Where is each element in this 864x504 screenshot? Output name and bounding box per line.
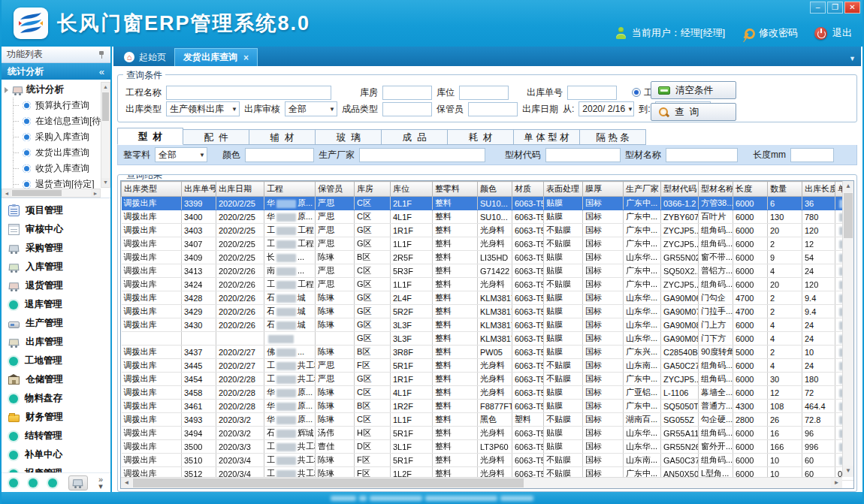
sidebar-menu-item[interactable]: 项目管理 xyxy=(2,201,110,220)
column-header[interactable]: 出库长度 xyxy=(802,182,835,197)
sidebar-menu-item[interactable]: 退货管理 xyxy=(2,276,110,295)
column-header[interactable]: 材质 xyxy=(512,182,544,197)
table-row[interactable]: 调拨出库34002020/2/25华原...严思C区4L1F整料SU10...6… xyxy=(122,210,855,224)
column-header[interactable]: 出库日期 xyxy=(216,182,264,197)
color-input[interactable] xyxy=(245,148,314,162)
scroll-up-icon[interactable]: ▲ xyxy=(101,83,110,92)
column-header[interactable]: 生产厂家 xyxy=(624,182,661,197)
sidebar-menu-item[interactable]: 出库管理 xyxy=(2,333,110,352)
collapsed-cart-button[interactable] xyxy=(68,475,88,490)
table-row[interactable]: 调拨出库34452020/2/27工共工程严思F区5R1F整料光身料6063-T… xyxy=(122,359,855,373)
tree-vertical-scrollbar[interactable]: ▲ ▼ xyxy=(101,82,110,188)
column-header[interactable]: 出库类型 xyxy=(122,182,182,197)
tab-active[interactable]: 发货出库查询× xyxy=(174,48,258,66)
column-header[interactable]: 工程 xyxy=(264,182,316,197)
outbound-type-select[interactable]: 生产领料出库▼ xyxy=(166,101,240,116)
date-from-select[interactable]: 2020/ 2/16▼ xyxy=(579,101,634,116)
sidebar-menu-item[interactable]: 物料盘存 xyxy=(2,389,110,408)
scroll-thumb[interactable] xyxy=(133,478,524,487)
manufacturer-input[interactable] xyxy=(359,148,485,162)
table-row[interactable]: 调拨出库34372020/2/27佛...陈琳B区3R8F整料PW056063-… xyxy=(122,346,855,359)
table-row[interactable]: 调拨出库34302020/2/26石城陈琳G区3L3F整料KLM38176063… xyxy=(122,318,855,332)
material-tab[interactable]: 型 材 xyxy=(117,128,183,145)
tree-item[interactable]: 采购入库查询 xyxy=(5,129,110,145)
expander-icon[interactable] xyxy=(5,87,8,93)
tree-horizontal-scrollbar[interactable]: ◄ ► xyxy=(2,189,101,198)
scroll-up-icon[interactable]: ▲ xyxy=(843,181,853,192)
scroll-right-icon[interactable]: ► xyxy=(91,189,100,197)
collapsed-module-dot-icon[interactable] xyxy=(48,478,57,487)
column-header[interactable]: 保管员 xyxy=(316,182,355,197)
sidebar-menu-item[interactable]: 结转管理 xyxy=(2,427,110,445)
close-button[interactable]: ✕ xyxy=(844,2,860,14)
sidebar-menu-item[interactable]: 生产管理 xyxy=(2,314,110,333)
whole-piece-select[interactable]: 全部▼ xyxy=(155,147,207,162)
table-row[interactable]: 调拨出库35102020/3/4工共工程陈琳F区5R1F整料光身料6063-T5… xyxy=(122,454,855,467)
location-input[interactable] xyxy=(459,86,509,100)
tree-item[interactable]: 预算执行查询 xyxy=(5,98,110,113)
scroll-left-icon[interactable]: ◄ xyxy=(2,189,11,197)
pin-icon[interactable] xyxy=(98,50,105,59)
sidebar-section-header[interactable]: 统计分析 « xyxy=(2,63,110,80)
sidebar-menu-item[interactable]: 入库管理 xyxy=(2,258,110,276)
table-row[interactable]: 调拨出库34072020/2/25工工程严思G区1L1F整料光身料6063-T5… xyxy=(122,237,855,251)
column-header[interactable]: 库房 xyxy=(355,182,391,197)
column-header[interactable]: 整零料 xyxy=(433,182,478,197)
table-vertical-scrollbar[interactable]: ▲ ▼ xyxy=(842,181,853,477)
table-row[interactable]: 调拨出库34292020/2/26石城陈琳G区5R2F整料KLM38176063… xyxy=(122,305,855,318)
table-row[interactable]: G区3L3F整料KLM38176063-T5贴膜国标山东华...GA90M09.… xyxy=(122,332,855,346)
tree-root[interactable]: 统计分析 xyxy=(5,82,110,98)
sidebar-menu-item[interactable]: 财务管理 xyxy=(2,408,110,427)
profile-code-input[interactable] xyxy=(545,148,621,162)
product-type-input[interactable] xyxy=(382,102,432,116)
length-input[interactable] xyxy=(790,148,834,162)
table-horizontal-scrollbar[interactable]: ◄ ► xyxy=(121,477,842,488)
change-password-link[interactable]: 修改密码 xyxy=(759,26,798,40)
scroll-thumb[interactable] xyxy=(102,92,109,121)
scroll-right-icon[interactable]: ► xyxy=(831,478,842,488)
sidebar-menu-item[interactable]: 采购管理 xyxy=(2,239,110,258)
material-tab[interactable]: 配 件 xyxy=(183,129,249,145)
tab-home[interactable]: 起始页 xyxy=(116,48,174,66)
table-row[interactable]: 调拨出库34242020/2/26工工程严思G区1L1F整料光身料6063-T5… xyxy=(122,278,855,291)
column-header[interactable]: 颜色 xyxy=(478,182,512,197)
sidebar-menu-item[interactable]: 退库管理 xyxy=(2,295,110,314)
table-row[interactable]: 调拨出库34282020/2/26石城陈琳G区2L4F整料KLM38176063… xyxy=(122,291,855,305)
column-header[interactable]: 膜厚 xyxy=(583,182,624,197)
table-row[interactable]: 调拨出库34032020/2/25工工程严思G区1R1F整料光身料6063-T5… xyxy=(122,224,855,237)
keeper-input[interactable] xyxy=(468,102,518,116)
scroll-thumb[interactable] xyxy=(844,193,853,238)
sidebar-menu-item[interactable]: 报废管理 xyxy=(2,464,110,472)
tabbar-dropdown-icon[interactable]: ▼ xyxy=(849,55,856,62)
column-header[interactable]: 长度 xyxy=(733,182,768,197)
material-tab[interactable]: 隔 热 条 xyxy=(580,129,646,145)
scroll-down-icon[interactable]: ▼ xyxy=(843,466,853,477)
collapse-icon[interactable]: « xyxy=(99,66,104,77)
table-row[interactable]: 调拨出库34612020/2/28华原...陈琳B区1R2F整料F8877FT6… xyxy=(122,400,855,413)
more-modules-chevron[interactable]: »▾ xyxy=(98,476,103,490)
material-tab[interactable]: 玻 璃 xyxy=(316,129,382,145)
table-row[interactable]: 调拨出库34092020/2/25长...陈琳B区2R5F整料LI35HD606… xyxy=(122,251,855,264)
column-header[interactable]: 出库单号 xyxy=(182,182,216,197)
sidebar-menu-item[interactable]: 审核中心 xyxy=(2,220,110,239)
audit-select[interactable]: 全部▼ xyxy=(285,101,337,116)
column-header[interactable]: 型材代码 xyxy=(661,182,699,197)
material-tab[interactable]: 单 体 型 材 xyxy=(514,129,580,145)
tree-item[interactable]: 在途信息查询[待 xyxy=(5,113,110,129)
table-row[interactable]: 调拨出库34932020/3/2华原...陈琳C区1L1F整料黑色塑料不贴膜国标… xyxy=(122,413,855,427)
column-header[interactable]: 数量 xyxy=(768,182,802,197)
column-header[interactable]: 库位 xyxy=(391,182,433,197)
collapsed-module-dot-icon[interactable] xyxy=(29,478,38,487)
profile-name-input[interactable] xyxy=(666,148,738,162)
column-header[interactable]: 型材名称 xyxy=(699,182,733,197)
search-button[interactable]: 查 询 xyxy=(651,103,736,121)
material-tab[interactable]: 辅 材 xyxy=(249,129,316,145)
table-row[interactable]: 调拨出库34942020/3/2石辉城汤伟H区5R1F整料光身料6063-T5贴… xyxy=(122,427,855,440)
material-tab[interactable]: 成 品 xyxy=(382,129,448,145)
project-name-input[interactable] xyxy=(166,86,331,100)
close-icon[interactable]: × xyxy=(243,53,249,63)
table-row[interactable]: 调拨出库35002020/3/3工共工程曹佳D区3L1F整料LT3P606063… xyxy=(122,440,855,454)
tree-item[interactable]: 收货入库查询 xyxy=(5,161,110,177)
table-row[interactable]: 调拨出库34582020/2/28华原...陈琳C区4L1F整料光身料6063-… xyxy=(122,386,855,400)
logout-link[interactable]: 退出 xyxy=(832,26,852,40)
